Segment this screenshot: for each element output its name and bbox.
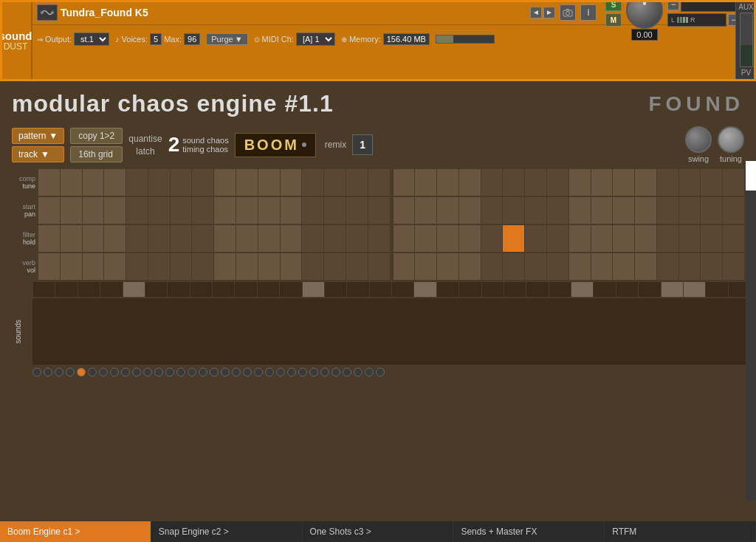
page-dot[interactable] <box>276 368 285 377</box>
page-dot[interactable] <box>55 368 63 377</box>
trigger-cell[interactable] <box>549 282 571 297</box>
seq-cell[interactable] <box>525 197 546 224</box>
page-dot[interactable] <box>309 368 318 377</box>
seq-cell[interactable] <box>281 225 302 252</box>
seq-cell[interactable] <box>525 225 546 252</box>
tuning-knob[interactable] <box>718 126 744 153</box>
seq-cell[interactable] <box>569 169 591 196</box>
seq-cell[interactable] <box>701 197 722 224</box>
seq-cell[interactable] <box>503 169 524 196</box>
seq-cell[interactable] <box>324 197 346 224</box>
seq-cell[interactable] <box>192 225 213 252</box>
seq-cell[interactable] <box>657 169 678 196</box>
trigger-cell[interactable] <box>258 282 279 297</box>
seq-cell[interactable] <box>569 197 591 224</box>
seq-cell[interactable] <box>525 253 546 280</box>
trigger-cell[interactable] <box>55 282 77 297</box>
page-dot[interactable] <box>154 368 163 377</box>
trigger-cell[interactable] <box>33 282 55 297</box>
seq-cell[interactable] <box>503 197 524 224</box>
page-dot[interactable] <box>210 368 219 377</box>
prev-preset-button[interactable]: ◄ <box>530 7 542 18</box>
seq-cell[interactable] <box>679 197 701 224</box>
seq-cell[interactable] <box>236 197 258 224</box>
seq-cell[interactable] <box>214 253 236 280</box>
seq-cell[interactable] <box>104 225 126 252</box>
trigger-cell[interactable] <box>392 282 413 297</box>
page-dot[interactable] <box>331 368 340 377</box>
seq-cell[interactable] <box>613 169 634 196</box>
page-dot[interactable] <box>320 368 329 377</box>
page-dot[interactable] <box>99 368 108 377</box>
seq-cell[interactable] <box>38 253 60 280</box>
page-dot[interactable] <box>232 368 241 377</box>
seq-cell[interactable] <box>192 169 213 196</box>
trigger-cell[interactable] <box>235 282 256 297</box>
seq-cell[interactable] <box>503 225 524 252</box>
seq-cell[interactable] <box>126 225 148 252</box>
page-dot[interactable] <box>243 368 252 377</box>
trigger-cell[interactable] <box>280 282 301 297</box>
seq-cell[interactable] <box>61 197 82 224</box>
bottom-tab-0[interactable]: Boom Engine c1 > <box>0 521 151 542</box>
tune-minus-button[interactable]: − <box>667 0 679 10</box>
page-dot[interactable] <box>176 368 185 377</box>
seq-cell[interactable] <box>459 197 481 224</box>
seq-cell[interactable] <box>635 197 656 224</box>
seq-cell[interactable] <box>635 253 656 280</box>
page-dot[interactable] <box>165 368 174 377</box>
info-button[interactable]: i <box>580 4 597 21</box>
trigger-cell[interactable] <box>459 282 481 297</box>
seq-cell[interactable] <box>83 253 104 280</box>
page-dot[interactable] <box>254 368 263 377</box>
seq-cell[interactable] <box>258 253 280 280</box>
bottom-tab-4[interactable]: RTFM <box>605 521 756 542</box>
page-dot[interactable] <box>188 368 196 377</box>
seq-cell[interactable] <box>368 225 390 252</box>
trigger-cell[interactable] <box>571 282 593 297</box>
page-dot[interactable] <box>121 368 130 377</box>
seq-cell[interactable] <box>258 225 280 252</box>
page-dot[interactable] <box>221 368 230 377</box>
seq-cell[interactable] <box>591 169 613 196</box>
seq-cell[interactable] <box>701 225 722 252</box>
seq-cell[interactable] <box>368 197 390 224</box>
seq-cell[interactable] <box>635 225 656 252</box>
seq-cell[interactable] <box>613 253 634 280</box>
page-dot[interactable] <box>199 368 207 377</box>
page-dot[interactable] <box>32 368 41 377</box>
seq-cell[interactable] <box>214 169 236 196</box>
seq-cell[interactable] <box>723 197 744 224</box>
seq-cell[interactable] <box>38 169 60 196</box>
seq-cell[interactable] <box>148 253 170 280</box>
trigger-cell[interactable] <box>145 282 167 297</box>
seq-cell[interactable] <box>569 253 591 280</box>
seq-cell[interactable] <box>547 169 568 196</box>
seq-cell[interactable] <box>481 169 503 196</box>
seq-cell[interactable] <box>324 253 346 280</box>
seq-cell[interactable] <box>61 253 82 280</box>
seq-cell[interactable] <box>126 253 148 280</box>
s-button[interactable]: S <box>605 0 622 11</box>
seq-cell[interactable] <box>258 169 280 196</box>
copy-button[interactable]: copy 1>2 <box>70 128 123 144</box>
seq-cell[interactable] <box>394 225 415 252</box>
seq-cell[interactable] <box>437 225 458 252</box>
seq-cell[interactable] <box>148 169 170 196</box>
seq-cell[interactable] <box>302 253 323 280</box>
right-scrollbar[interactable] <box>746 161 756 501</box>
page-dot[interactable] <box>376 368 385 377</box>
seq-cell[interactable] <box>83 197 104 224</box>
page-dot[interactable] <box>287 368 296 377</box>
seq-cell[interactable] <box>171 197 192 224</box>
seq-cell[interactable] <box>657 197 678 224</box>
seq-cell[interactable] <box>701 169 722 196</box>
trigger-cell[interactable] <box>123 282 145 297</box>
seq-cell[interactable] <box>281 169 302 196</box>
seq-cell[interactable] <box>415 253 436 280</box>
seq-cell[interactable] <box>61 169 82 196</box>
trigger-cell[interactable] <box>347 282 368 297</box>
trigger-cell[interactable] <box>526 282 548 297</box>
trigger-cell[interactable] <box>639 282 660 297</box>
page-dot[interactable] <box>365 368 374 377</box>
